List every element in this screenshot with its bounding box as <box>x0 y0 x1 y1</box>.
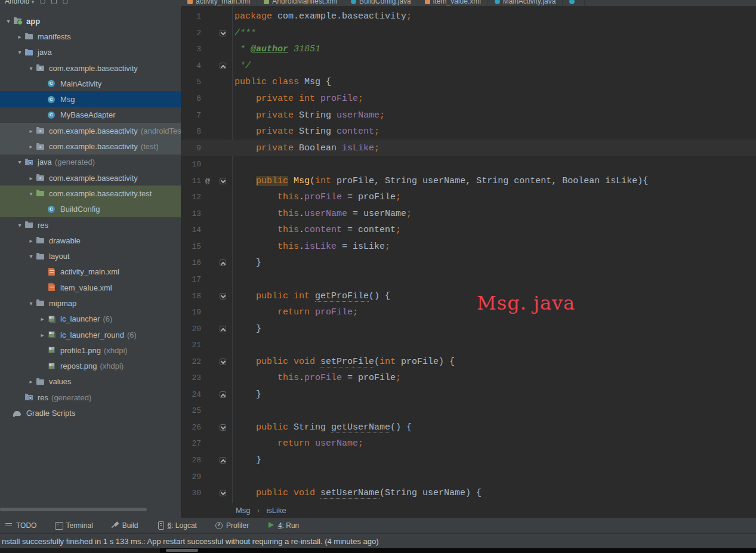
editor-tab[interactable]: BuildConfig.java <box>344 0 418 6</box>
project-tree-row[interactable]: CBuildConfig <box>0 202 181 217</box>
expand-arrow-icon[interactable]: ▸ <box>26 237 36 244</box>
code-line[interactable]: 10 <box>181 156 756 173</box>
fold-marker-icon[interactable] <box>220 391 226 398</box>
code-line[interactable]: 16 } <box>181 255 756 271</box>
project-tree-row[interactable]: CMyBaseAdapter <box>0 107 181 123</box>
project-tree-row[interactable]: Gradle Scripts <box>0 405 181 421</box>
project-tree-row[interactable]: ▾app <box>0 13 181 29</box>
project-tree-row[interactable]: ▾java(generated) <box>0 155 181 170</box>
code-line[interactable]: 23 this.proFile = proFile; <box>181 370 756 387</box>
expand-arrow-icon[interactable]: ▸ <box>26 143 36 150</box>
breadcrumb-item[interactable]: Msg <box>236 506 251 515</box>
code-line[interactable]: 22 public void setProFile(int proFile) { <box>181 353 756 370</box>
collapse-all-icon[interactable] <box>51 0 57 4</box>
fold-marker-icon[interactable] <box>220 490 226 496</box>
fold-marker-icon[interactable] <box>220 259 226 266</box>
code-line[interactable]: 29 <box>181 468 756 485</box>
code-line[interactable]: 25 <box>181 403 756 419</box>
fold-marker-icon[interactable] <box>220 30 226 36</box>
fold-marker-icon[interactable] <box>220 63 226 69</box>
code-line[interactable]: 26 public String getUserName() { <box>181 419 756 436</box>
project-tree-row[interactable]: CMainActivity <box>0 76 181 91</box>
fold-marker-icon[interactable] <box>220 457 226 464</box>
code-line[interactable]: 27 return userName; <box>181 435 756 452</box>
project-tree-row[interactable]: ▸ic_launcher_round(6) <box>0 327 181 342</box>
code-line[interactable]: 4 */ <box>181 58 756 75</box>
project-tree-row[interactable]: ▾layout <box>0 248 181 264</box>
tool-window-button-logcat[interactable]: 6: Logcat <box>156 521 197 530</box>
project-view-selector[interactable]: Android ▾ <box>5 0 34 5</box>
code-line[interactable]: 3 * @author 31851 <box>181 41 756 58</box>
code-line[interactable]: 2/*** <box>181 25 756 42</box>
code-line[interactable]: 1package com.example.baseactivity; <box>181 8 756 25</box>
editor-tab[interactable] <box>563 0 585 6</box>
code-line[interactable]: 15 this.isLike = isLike; <box>181 239 756 255</box>
project-tree-row[interactable]: profile1.png(xhdpi) <box>0 342 181 358</box>
editor-tab[interactable]: item_value.xml <box>418 0 488 6</box>
expand-arrow-icon[interactable]: ▾ <box>26 190 36 197</box>
fold-marker-icon[interactable] <box>220 359 226 365</box>
expand-arrow-icon[interactable]: ▾ <box>15 222 24 228</box>
expand-arrow-icon[interactable]: ▾ <box>26 65 36 72</box>
project-tree-row[interactable]: ▸ic_launcher(6) <box>0 311 181 327</box>
project-tree-row[interactable]: repost.png(xhdpi) <box>0 359 181 374</box>
breadcrumb-item[interactable]: isLike <box>266 506 286 515</box>
settings-icon[interactable] <box>63 0 68 4</box>
editor-tab[interactable]: activity_main.xml <box>181 0 257 6</box>
code-line[interactable]: 19 return proFile; <box>181 304 756 321</box>
project-tree-row[interactable]: item_value.xml <box>0 280 181 295</box>
expand-arrow-icon[interactable]: ▾ <box>26 300 36 307</box>
sync-icon[interactable] <box>40 0 45 4</box>
project-tree-row[interactable]: ▾res <box>0 217 181 233</box>
code-line[interactable]: 9 private Boolean isLike; <box>181 140 756 156</box>
project-tree-row[interactable]: ▸com.example.baseactivity(androidTest) <box>0 123 181 138</box>
project-tree-row[interactable]: ▾com.example.baseactivity.test <box>0 186 181 201</box>
code-line[interactable]: 14 this.content = content; <box>181 222 756 239</box>
expand-arrow-icon[interactable]: ▾ <box>15 49 24 55</box>
tool-window-button-terminal[interactable]: Terminal <box>54 521 92 530</box>
fold-marker-icon[interactable] <box>220 326 226 332</box>
tool-window-button-todo[interactable]: TODO <box>5 521 36 530</box>
code-line[interactable]: 7 private String userName; <box>181 107 756 123</box>
fold-marker-icon[interactable] <box>220 424 226 431</box>
code-editor[interactable]: 1package com.example.baseactivity;2/***3… <box>181 6 756 503</box>
horizontal-scrollbar[interactable] <box>0 508 147 511</box>
bottom-strip-thumb[interactable] <box>166 549 198 552</box>
project-tree-row[interactable]: ▸com.example.baseactivity(test) <box>0 138 181 154</box>
code-line[interactable]: 6 private int proFile; <box>181 91 756 107</box>
project-tree-row[interactable]: ▸drawable <box>0 233 181 248</box>
project-tree-row[interactable]: ▾java <box>0 45 181 60</box>
code-line[interactable]: 11@ public Msg(int proFile, String userN… <box>181 172 756 189</box>
project-tree-row[interactable]: ▸values <box>0 374 181 390</box>
expand-arrow-icon[interactable]: ▸ <box>26 378 36 385</box>
fold-marker-icon[interactable] <box>220 178 226 184</box>
code-line[interactable]: 28 } <box>181 452 756 469</box>
project-tree-row[interactable]: ▾com.example.baseactivity <box>0 60 181 76</box>
expand-arrow-icon[interactable]: ▾ <box>4 18 13 24</box>
code-line[interactable]: 18 public int getProFile() { <box>181 288 756 304</box>
editor-tab[interactable]: MainActivity.java <box>488 0 563 6</box>
fold-marker-icon[interactable] <box>220 293 226 299</box>
project-tree-row[interactable]: CMsg <box>0 91 181 107</box>
project-tree-row[interactable]: ▸manifests <box>0 29 181 44</box>
editor-tab[interactable]: AndroidManifest.xml <box>257 0 344 6</box>
tool-window-button-build[interactable]: Build <box>111 521 138 530</box>
expand-arrow-icon[interactable]: ▸ <box>38 332 47 338</box>
project-tree-row[interactable]: ▾mipmap <box>0 295 181 311</box>
tool-window-button-profiler[interactable]: Profiler <box>215 521 249 530</box>
code-line[interactable]: 20 } <box>181 320 756 337</box>
expand-arrow-icon[interactable]: ▾ <box>26 253 36 259</box>
project-tree-row[interactable]: ▸com.example.baseactivity <box>0 170 181 186</box>
tool-window-button-run[interactable]: 4: Run <box>267 521 299 530</box>
code-line[interactable]: 5public class Msg { <box>181 74 756 91</box>
code-line[interactable]: 17 <box>181 271 756 288</box>
code-line[interactable]: 30 public void setUserName(String userNa… <box>181 485 756 502</box>
expand-arrow-icon[interactable]: ▸ <box>26 128 36 134</box>
code-line[interactable]: 24 } <box>181 387 756 403</box>
expand-arrow-icon[interactable]: ▸ <box>15 33 24 40</box>
project-tree-row[interactable]: res(generated) <box>0 390 181 405</box>
code-line[interactable]: 13 this.userName = userName; <box>181 206 756 223</box>
code-line[interactable]: 12 this.proFile = proFile; <box>181 189 756 206</box>
expand-arrow-icon[interactable]: ▾ <box>15 159 24 165</box>
project-tree-row[interactable]: activity_main.xml <box>0 264 181 280</box>
